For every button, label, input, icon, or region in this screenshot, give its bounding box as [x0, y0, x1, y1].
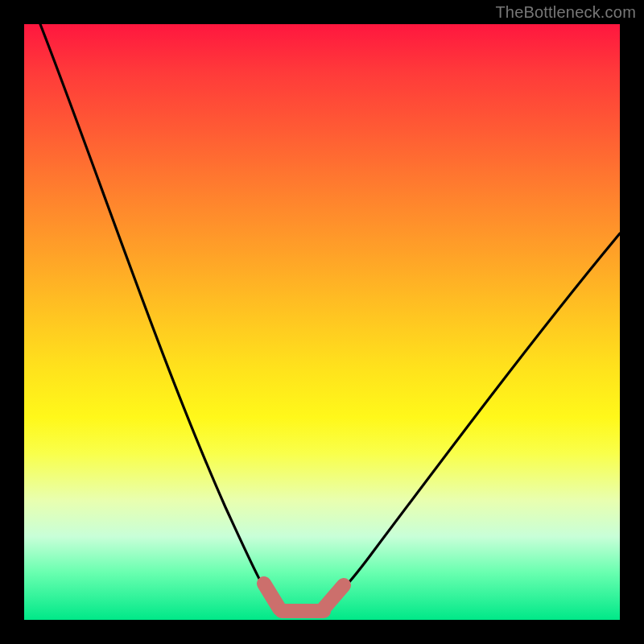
watermark-text: TheBottleneck.com — [495, 3, 636, 22]
bottleneck-curve — [40, 24, 620, 610]
chart-frame: TheBottleneck.com — [0, 0, 644, 644]
bottleneck-curve-svg — [24, 24, 620, 620]
plot-area — [24, 24, 620, 620]
optimal-zone-marker — [264, 584, 344, 611]
